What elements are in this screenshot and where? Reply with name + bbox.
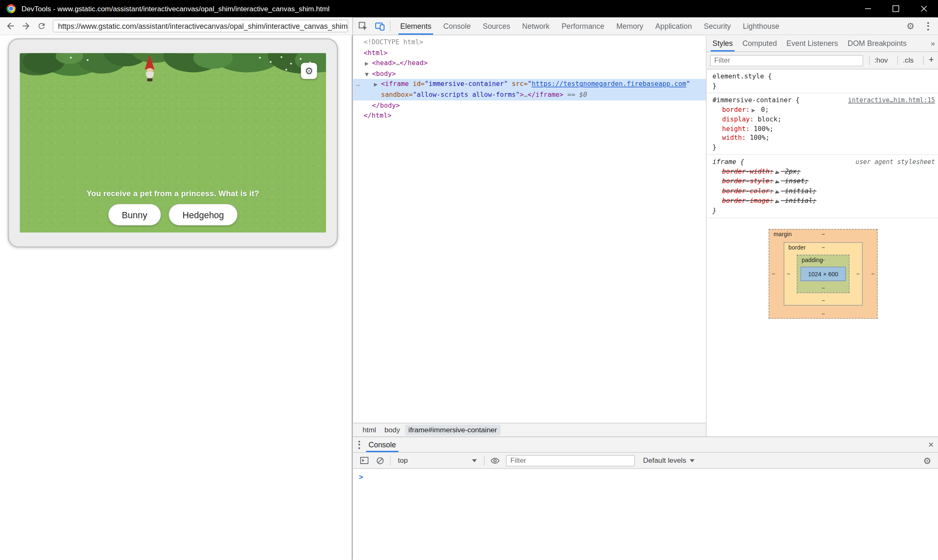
dom-tree-line[interactable]: sandbox="allow-scripts allow-forms">…</i… [353,90,705,100]
box-model-dash: − [822,257,825,263]
tab-lighthouse[interactable]: Lighthouse [737,18,785,35]
maximize-icon [892,5,899,12]
tab-network[interactable]: Network [516,18,555,35]
style-property[interactable]: border:▶ 0; [706,105,938,115]
style-property[interactable]: border-width:▶ 2px; [706,166,938,177]
style-property[interactable]: display: block; [706,115,938,124]
back-arrow-icon [5,21,15,31]
tab-performance[interactable]: Performance [556,18,610,35]
choice-button-hedgehog[interactable]: Hedgehog [169,204,238,226]
new-style-rule-button[interactable]: + [923,55,938,65]
address-bar[interactable]: https://www.gstatic.com/assistant/intera… [53,20,348,32]
expand-shorthand-icon[interactable]: ▶ [750,107,757,113]
inspect-element-button[interactable] [355,18,370,34]
choice-button-bunny[interactable]: Bunny [108,204,161,226]
dom-tree-line[interactable]: </body> [353,100,705,111]
style-property[interactable]: width: 100%; [706,134,938,143]
style-property[interactable]: border-color:▶ initial; [706,186,938,196]
expand-shorthand-icon[interactable]: ▶ [774,189,781,194]
console-drawer: Console × top [353,436,938,560]
devtools-settings-button[interactable]: ⚙ [903,18,918,34]
rule-selector[interactable]: #immersive-container { [713,96,800,105]
box-model-dash: − [822,285,825,291]
question-text: You receive a pet from a princess. What … [20,189,326,198]
clear-console-icon [376,457,384,464]
close-window-button[interactable] [910,0,938,18]
url-text: https://www.gstatic.com/assistant/intera… [58,22,348,30]
forward-arrow-icon [20,21,30,31]
dom-tree-line[interactable]: <html> [353,48,705,58]
reload-button[interactable] [33,18,49,34]
sidebar-tab-dom-breakpoints[interactable]: DOM Breakpoints [843,35,911,52]
toggle-hover-state-button[interactable]: :hov [869,55,893,65]
box-model-border[interactable]: border − − − − padding − − − − 1024 × 60… [784,242,862,305]
close-drawer-button[interactable]: × [928,437,934,452]
console-prompt-icon[interactable]: > [359,473,363,482]
sidebar-tabs-overflow-icon[interactable]: » [930,39,935,48]
dom-tree-line[interactable]: ▶<head>…</head> [353,58,705,68]
tab-sources[interactable]: Sources [477,18,516,35]
tab-elements[interactable]: Elements [394,18,437,35]
collapsed-arrow-icon[interactable]: ▶ [365,59,369,69]
element-options-icon[interactable]: … [356,79,359,90]
collapsed-arrow-icon[interactable]: ▶ [374,80,378,90]
maximize-button[interactable] [882,0,910,18]
console-sidebar-toggle[interactable] [358,454,371,467]
tab-application[interactable]: Application [649,18,698,35]
clear-console-button[interactable] [373,454,387,467]
tab-memory[interactable]: Memory [610,18,649,35]
gear-icon: ⚙ [906,22,914,30]
code-token[interactable]: https://testgnomegarden.firebaseapp.com [532,81,686,88]
expand-shorthand-icon[interactable]: ▶ [774,199,781,204]
styles-sidebar: StylesComputedEvent ListenersDOM Breakpo… [706,35,938,437]
game-settings-button[interactable]: ⚙ [301,63,317,79]
expand-shorthand-icon[interactable]: ▶ [774,179,781,184]
expanded-arrow-icon[interactable]: ▼ [365,69,369,80]
code-token: </body> [372,101,399,109]
back-button[interactable] [3,18,18,34]
devtools-panel: ElementsConsoleSourcesNetworkPerformance… [352,18,938,560]
drawer-menu-icon[interactable] [358,440,360,449]
console-log-area[interactable]: > [353,469,938,560]
style-property[interactable]: border-style:▶ inset; [706,177,938,187]
styles-filter-input[interactable] [710,55,863,66]
minimize-button[interactable] [854,0,882,18]
rule-selector[interactable]: element.style { [713,72,772,81]
stylesheet-source-link[interactable]: interactive…him.html:15 [848,96,935,105]
log-levels-selector[interactable]: Default levels [643,456,695,464]
box-model-diagram: margin − − − − border − − − − padding − [769,229,877,319]
box-model-content[interactable]: 1024 × 600 [800,267,846,281]
expand-shorthand-icon[interactable]: ▶ [774,169,781,174]
dom-tree-line[interactable]: <!DOCTYPE html> [353,37,705,48]
style-property[interactable]: height: 100%; [706,124,938,133]
devtools-menu-button[interactable] [920,18,935,34]
dom-tree-line[interactable]: ▼<body> [353,68,705,79]
device-frame: ⚙ You receive a pet from a princess. Wha… [8,38,338,248]
breadcrumb-item[interactable]: html [359,424,380,435]
sidebar-tab-computed[interactable]: Computed [738,35,782,52]
console-settings-button[interactable]: ⚙ [920,454,934,467]
border-label: border [789,244,806,251]
live-expression-button[interactable] [488,454,501,467]
context-label: top [398,456,408,464]
sidebar-tabs: StylesComputedEvent ListenersDOM Breakpo… [706,35,938,52]
box-model-margin[interactable]: margin − − − − border − − − − padding − [769,229,877,319]
breadcrumb-item[interactable]: body [381,424,404,435]
tab-security[interactable]: Security [698,18,737,35]
rule-selector[interactable]: iframe { [713,157,744,166]
tab-console[interactable]: Console [437,18,477,35]
style-property[interactable]: border-image:▶ initial; [706,196,938,206]
box-model-padding[interactable]: padding − − − − 1024 × 600 [797,255,850,293]
console-filter-input[interactable] [506,455,635,466]
sidebar-tab-styles[interactable]: Styles [708,35,738,52]
device-toolbar-toggle[interactable] [372,18,387,34]
sidebar-tab-event-listeners[interactable]: Event Listeners [782,35,843,52]
execution-context-selector[interactable]: top [394,456,480,464]
console-drawer-tab[interactable]: Console [366,437,398,452]
toggle-class-button[interactable]: .cls [898,55,918,65]
style-rule: iframe {user agent stylesheetborder-widt… [706,155,938,218]
breadcrumb-item[interactable]: iframe#immersive-container [405,424,501,435]
dom-tree-line[interactable]: </html> [353,111,705,121]
forward-button[interactable] [18,18,33,34]
dom-tree-line[interactable]: …▶<iframe id="immersive-container" src="… [353,79,705,90]
